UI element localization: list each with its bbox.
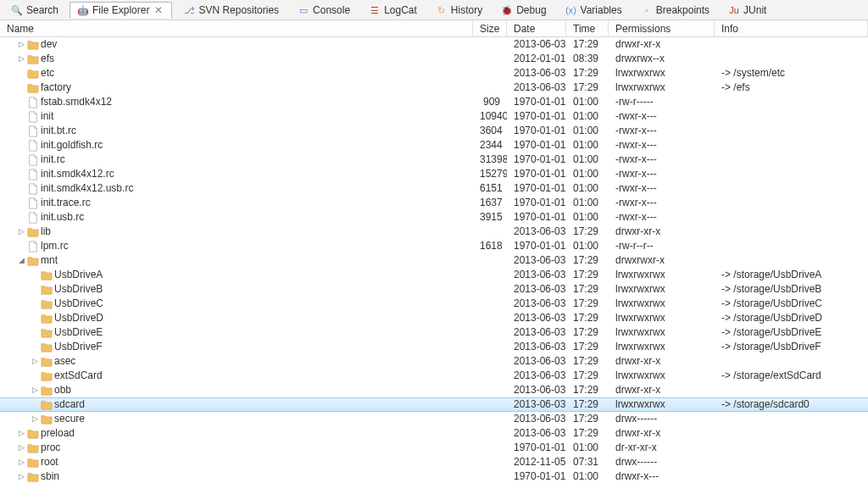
table-row[interactable]: ▷efs2012-01-0108:39drwxrwx--x bbox=[0, 52, 868, 66]
folder-icon bbox=[41, 327, 53, 339]
file-time: 17:29 bbox=[566, 80, 609, 95]
folder-icon bbox=[27, 471, 39, 483]
table-row[interactable]: ▷lib2013-06-0317:29drwxr-xr-x bbox=[0, 225, 868, 239]
expander-icon[interactable]: ▷ bbox=[31, 412, 39, 426]
tab-breakpoints[interactable]: ◦Breakpoints bbox=[633, 2, 717, 18]
file-permissions: drwxr-x--- bbox=[609, 469, 715, 484]
expander-icon[interactable]: ▷ bbox=[17, 469, 25, 484]
col-header-size[interactable]: Size bbox=[473, 20, 507, 37]
expander-icon[interactable]: ▷ bbox=[17, 455, 25, 469]
table-row[interactable]: etc2013-06-0317:29lrwxrwxrwx-> /system/e… bbox=[0, 66, 868, 80]
table-row[interactable]: extSdCard2013-06-0317:29lrwxrwxrwx-> /st… bbox=[0, 369, 868, 383]
file-date: 1970-01-01 bbox=[507, 109, 566, 124]
file-name: preload bbox=[41, 426, 75, 441]
tab-bar: 🔍Search🤖File Explorer✕⎇SVN Repositories▭… bbox=[0, 0, 868, 20]
table-row[interactable]: init1094081970-01-0101:00-rwxr-x--- bbox=[0, 109, 868, 124]
expander-icon[interactable]: ▷ bbox=[17, 37, 25, 52]
table-row[interactable]: UsbDriveF2013-06-0317:29lrwxrwxrwx-> /st… bbox=[0, 340, 868, 354]
expander-icon[interactable]: ▷ bbox=[17, 225, 25, 239]
expander-icon[interactable]: ▷ bbox=[17, 52, 25, 66]
table-row[interactable]: init.rc313981970-01-0101:00-rwxr-x--- bbox=[0, 153, 868, 167]
file-name: lib bbox=[41, 225, 51, 239]
file-date: 2012-11-05 bbox=[507, 455, 566, 469]
table-row[interactable]: ▷dev2013-06-0317:29drwxr-xr-x bbox=[0, 37, 868, 52]
file-permissions: -rwxr-x--- bbox=[609, 210, 715, 225]
file-name: init.smdk4x12.rc bbox=[41, 167, 114, 181]
col-header-time[interactable]: Time bbox=[566, 20, 609, 37]
file-name: init bbox=[41, 109, 53, 124]
table-row[interactable]: init.bt.rc36041970-01-0101:00-rwxr-x--- bbox=[0, 124, 868, 138]
file-permissions: drwx------ bbox=[609, 455, 715, 469]
tab-logcat[interactable]: ☰LogCat bbox=[361, 2, 425, 18]
file-tree-body[interactable]: ▷dev2013-06-0317:29drwxr-xr-x▷efs2012-01… bbox=[0, 37, 868, 494]
table-row[interactable]: ▷sbin1970-01-0101:00drwxr-x--- bbox=[0, 469, 868, 484]
file-permissions: drwxrwxr-x bbox=[609, 253, 715, 268]
file-date: 2013-06-03 bbox=[507, 340, 566, 354]
table-row[interactable]: ◢mnt2013-06-0317:29drwxrwxr-x bbox=[0, 253, 868, 268]
file-date: 2013-06-03 bbox=[507, 66, 566, 80]
file-date: 2013-06-03 bbox=[507, 80, 566, 95]
folder-icon bbox=[41, 370, 53, 382]
file-date: 1970-01-01 bbox=[507, 441, 566, 455]
table-row[interactable]: UsbDriveA2013-06-0317:29lrwxrwxrwx-> /st… bbox=[0, 268, 868, 282]
folder-icon bbox=[27, 255, 39, 267]
expander-icon[interactable]: ▷ bbox=[17, 441, 25, 455]
col-header-name[interactable]: Name bbox=[0, 20, 473, 37]
expander-icon[interactable]: ▷ bbox=[31, 383, 39, 397]
table-row[interactable]: UsbDriveD2013-06-0317:29lrwxrwxrwx-> /st… bbox=[0, 311, 868, 325]
file-size: 3915 bbox=[473, 210, 507, 225]
table-row[interactable]: UsbDriveC2013-06-0317:29lrwxrwxrwx-> /st… bbox=[0, 297, 868, 311]
tab-label: LogCat bbox=[384, 4, 417, 16]
file-icon bbox=[27, 154, 39, 166]
table-row[interactable]: ▷obb2013-06-0317:29drwxr-xr-x bbox=[0, 383, 868, 397]
col-header-permissions[interactable]: Permissions bbox=[609, 20, 715, 37]
file-permissions: lrwxrwxrwx bbox=[609, 325, 715, 340]
table-row[interactable]: ▷secure2013-06-0317:29drwx------ bbox=[0, 412, 868, 426]
tab-search[interactable]: 🔍Search bbox=[3, 2, 66, 18]
tab-svn-repositories[interactable]: ⎇SVN Repositories bbox=[175, 2, 287, 18]
expander-icon[interactable]: ▷ bbox=[17, 426, 25, 441]
table-row[interactable]: lpm.rc16181970-01-0101:00-rw-r--r-- bbox=[0, 239, 868, 253]
col-header-date[interactable]: Date bbox=[507, 20, 566, 37]
col-header-info[interactable]: Info bbox=[715, 20, 868, 37]
table-row[interactable]: sdcard2013-06-0317:29lrwxrwxrwx-> /stora… bbox=[0, 397, 868, 412]
file-permissions: -rwxr-x--- bbox=[609, 181, 715, 196]
table-row[interactable]: init.usb.rc39151970-01-0101:00-rwxr-x--- bbox=[0, 210, 868, 225]
expander-icon[interactable]: ◢ bbox=[17, 253, 25, 268]
expander-icon[interactable]: ▷ bbox=[31, 354, 39, 369]
table-row[interactable]: ▷preload2013-06-0317:29drwxr-xr-x bbox=[0, 426, 868, 441]
table-row[interactable]: init.goldfish.rc23441970-01-0101:00-rwxr… bbox=[0, 138, 868, 153]
table-row[interactable]: ▷asec2013-06-0317:29drwxr-xr-x bbox=[0, 354, 868, 369]
table-row[interactable]: init.smdk4x12.rc152791970-01-0101:00-rwx… bbox=[0, 167, 868, 181]
file-size: 1618 bbox=[473, 239, 507, 253]
file-time: 17:29 bbox=[566, 369, 609, 383]
file-size: 6151 bbox=[473, 181, 507, 196]
tab-debug[interactable]: 🐞Debug bbox=[493, 2, 554, 18]
file-name: proc bbox=[41, 441, 60, 455]
table-row[interactable]: init.trace.rc16371970-01-0101:00-rwxr-x-… bbox=[0, 196, 868, 210]
file-time: 01:00 bbox=[566, 196, 609, 210]
tab-variables[interactable]: (x)Variables bbox=[558, 2, 630, 18]
file-time: 17:29 bbox=[566, 325, 609, 340]
table-row[interactable]: ▷root2012-11-0507:31drwx------ bbox=[0, 455, 868, 469]
file-name: obb bbox=[54, 383, 71, 397]
table-row[interactable]: UsbDriveB2013-06-0317:29lrwxrwxrwx-> /st… bbox=[0, 282, 868, 297]
file-name: init.trace.rc bbox=[41, 196, 91, 210]
table-row[interactable]: factory2013-06-0317:29lrwxrwxrwx-> /efs bbox=[0, 80, 868, 95]
table-row[interactable]: UsbDriveE2013-06-0317:29lrwxrwxrwx-> /st… bbox=[0, 325, 868, 340]
file-size: 3604 bbox=[473, 124, 507, 138]
file-name: mnt bbox=[41, 253, 58, 268]
close-icon[interactable]: ✕ bbox=[153, 4, 164, 16]
file-icon bbox=[27, 197, 39, 209]
file-permissions: lrwxrwxrwx bbox=[609, 340, 715, 354]
tab-console[interactable]: ▭Console bbox=[290, 2, 358, 18]
tab-history[interactable]: ↻History bbox=[428, 2, 490, 18]
file-time: 17:29 bbox=[566, 282, 609, 297]
table-row[interactable]: ▷proc1970-01-0101:00dr-xr-xr-x bbox=[0, 441, 868, 455]
tab-junit[interactable]: JuJUnit bbox=[721, 2, 774, 18]
table-row[interactable]: fstab.smdk4x129091970-01-0101:00-rw-r---… bbox=[0, 95, 868, 109]
table-row[interactable]: init.smdk4x12.usb.rc61511970-01-0101:00-… bbox=[0, 181, 868, 196]
file-date: 2013-06-03 bbox=[507, 225, 566, 239]
file-time: 17:29 bbox=[566, 311, 609, 325]
tab-file-explorer[interactable]: 🤖File Explorer✕ bbox=[70, 2, 172, 18]
